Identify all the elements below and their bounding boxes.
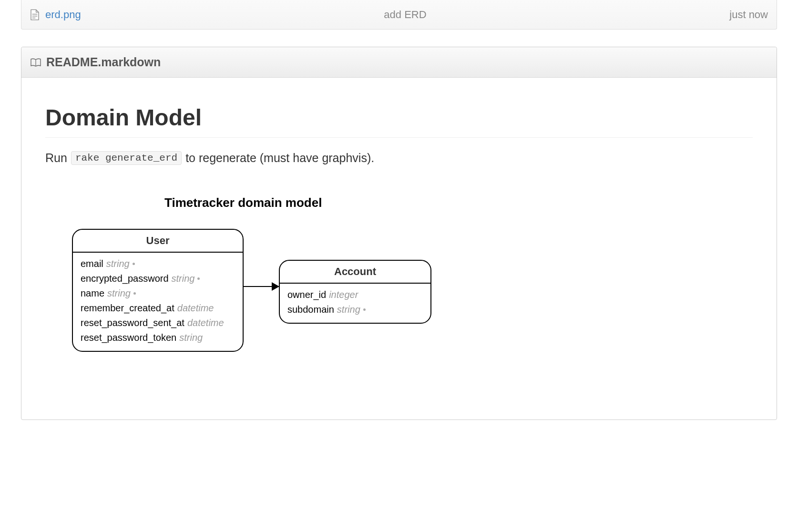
file-link[interactable]: erd.png: [45, 9, 81, 21]
readme-filename: README.markdown: [46, 55, 161, 69]
code-command: rake generate_erd: [71, 151, 182, 165]
entity-field: encrypted_passwordstring: [81, 271, 235, 286]
relationship-arrow: [244, 286, 279, 287]
entity-user-fields: emailstringencrypted_passwordstringnames…: [73, 253, 243, 351]
entity-user-header: User: [73, 230, 243, 253]
file-time-ago: just now: [729, 9, 768, 21]
readme-description: Run rake generate_erd to regenerate (mus…: [45, 151, 753, 165]
erd-title: Timetracker domain model: [164, 195, 322, 210]
desc-suffix: to regenerate (must have graphvis).: [185, 151, 374, 165]
entity-field: emailstring: [81, 256, 235, 271]
entity-account-fields: owner_idintegersubdomainstring: [280, 284, 430, 323]
book-icon: [30, 58, 41, 67]
file-icon: [30, 9, 40, 20]
desc-prefix: Run: [45, 151, 67, 165]
commit-message[interactable]: add ERD: [81, 9, 730, 21]
readme-header: README.markdown: [21, 47, 777, 78]
entity-account: Account owner_idintegersubdomainstring: [279, 260, 431, 324]
entity-field: remember_created_atdatetime: [81, 301, 235, 316]
readme-panel: README.markdown Domain Model Run rake ge…: [21, 47, 777, 420]
readme-body: Domain Model Run rake generate_erd to re…: [21, 78, 777, 419]
entity-field: namestring: [81, 286, 235, 301]
entity-user: User emailstringencrypted_passwordstring…: [72, 229, 244, 352]
entity-field: owner_idinteger: [287, 287, 423, 302]
readme-heading: Domain Model: [45, 104, 753, 138]
erd-diagram: Timetracker domain model User emailstrin…: [45, 195, 484, 377]
entity-account-header: Account: [280, 261, 430, 284]
entity-field: subdomainstring: [287, 302, 423, 317]
entity-field: reset_password_tokenstring: [81, 330, 235, 345]
file-list-row: erd.png add ERD just now: [21, 0, 777, 30]
entity-field: reset_password_sent_atdatetime: [81, 316, 235, 330]
